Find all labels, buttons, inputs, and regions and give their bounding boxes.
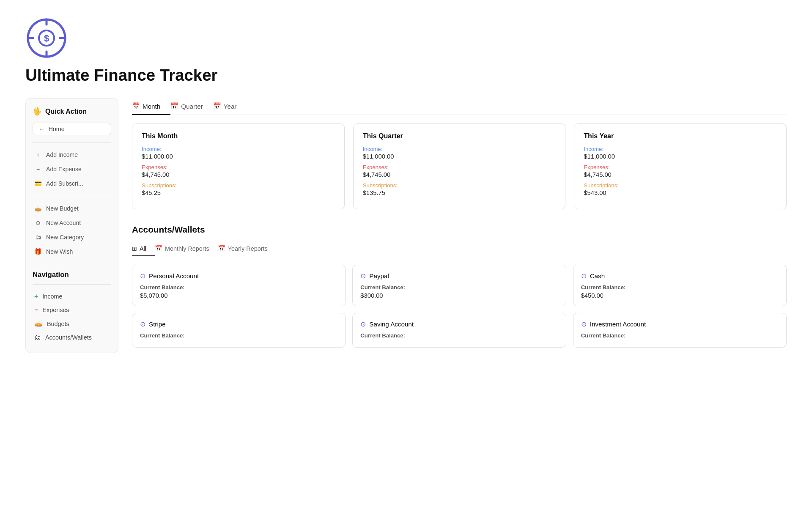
add-income-action[interactable]: + Add Income (33, 148, 111, 162)
year-expenses-value: $4,745.00 (584, 171, 777, 178)
year-tab-label: Year (224, 103, 237, 110)
year-calendar-icon: 📅 (213, 102, 221, 110)
new-account-action[interactable]: ⊙ New Account (33, 216, 111, 230)
tab-year[interactable]: 📅 Year (213, 98, 247, 115)
finance-tracker-logo: $ (25, 17, 68, 59)
accounts-section-title: Accounts/Wallets (132, 225, 787, 235)
sidebar-item-budgets[interactable]: 🥧 Budgets (33, 317, 111, 331)
tab-yearly-reports[interactable]: 📅 Yearly Reports (218, 241, 276, 256)
personal-balance-label: Current Balance: (140, 284, 337, 290)
quarter-subscriptions-label: Subscriptions: (363, 182, 556, 189)
quarter-expenses-label: Expenses: (363, 164, 556, 170)
yearly-reports-calendar-icon: 📅 (218, 245, 225, 252)
sidebar-divider-1 (33, 142, 111, 143)
new-account-label: New Account (46, 219, 81, 226)
month-expenses-value: $4,745.00 (142, 171, 335, 178)
quick-action-title: Quick Action (45, 108, 87, 115)
account-card-stripe: ⊙ Stripe Current Balance: (132, 313, 346, 348)
stripe-balance-label: Current Balance: (140, 332, 337, 339)
accounts-grid: ⊙ Personal Account Current Balance: $5,0… (132, 265, 787, 348)
accounts-tabs: ⊞ All 📅 Monthly Reports 📅 Yearly Reports (132, 241, 787, 256)
month-tab-label: Month (143, 103, 160, 110)
personal-account-label: Personal Account (149, 272, 199, 280)
svg-text:$: $ (44, 33, 49, 44)
cash-account-label: Cash (590, 272, 605, 280)
budgets-nav-label: Budgets (47, 321, 69, 327)
this-month-title: This Month (142, 132, 335, 140)
new-account-icon: ⊙ (34, 219, 42, 227)
personal-balance-value: $5,070.00 (140, 292, 337, 299)
nav-divider (33, 284, 111, 285)
add-expense-icon: − (34, 165, 42, 173)
accounts-wallets-icon: 🗂 (34, 334, 41, 341)
sidebar-divider-2 (33, 196, 111, 196)
monthly-reports-label: Monthly Reports (165, 245, 209, 252)
year-income-value: $11,000.00 (584, 153, 777, 160)
quarter-expenses-value: $4,745.00 (363, 171, 556, 178)
new-category-label: New Category (46, 234, 84, 241)
cash-account-name: ⊙ Cash (581, 272, 779, 280)
paypal-balance-label: Current Balance: (360, 284, 558, 290)
investment-account-name: ⊙ Investment Account (581, 320, 779, 328)
tab-monthly-reports[interactable]: 📅 Monthly Reports (155, 241, 218, 256)
budgets-icon: 🥧 (34, 320, 43, 328)
new-category-action[interactable]: 🗂 New Category (33, 230, 111, 244)
monthly-reports-calendar-icon: 📅 (155, 245, 162, 252)
all-accounts-label: All (140, 245, 146, 252)
month-income-label: Income: (142, 146, 335, 152)
period-cards: This Month Income: $11,000.00 Expenses: … (132, 123, 787, 209)
quarter-tab-label: Quarter (181, 103, 203, 110)
add-subscription-action[interactable]: 💳 Add Subscri... (33, 176, 111, 191)
add-subscription-label: Add Subscri... (46, 180, 83, 187)
account-card-investment: ⊙ Investment Account Current Balance: (573, 313, 787, 348)
sidebar-item-expenses[interactable]: − Expenses (33, 303, 111, 317)
investment-account-label: Investment Account (590, 321, 646, 328)
account-card-saving: ⊙ Saving Account Current Balance: (352, 313, 566, 348)
investment-balance-label: Current Balance: (581, 332, 779, 339)
cash-balance-value: $450.00 (581, 292, 779, 299)
yearly-reports-label: Yearly Reports (228, 245, 268, 252)
paypal-account-icon: ⊙ (360, 272, 366, 280)
paypal-account-name: ⊙ Paypal (360, 272, 558, 280)
year-expenses-label: Expenses: (584, 164, 777, 170)
paypal-account-label: Paypal (369, 272, 389, 280)
income-icon: + (34, 293, 38, 300)
quick-action-icon: 🖐 (33, 107, 42, 116)
year-income-label: Income: (584, 146, 777, 152)
accounts-wallets-nav-label: Accounts/Wallets (45, 334, 92, 341)
tab-quarter[interactable]: 📅 Quarter (170, 98, 213, 115)
navigation-title: Navigation (33, 271, 111, 279)
all-accounts-grid-icon: ⊞ (132, 245, 137, 252)
sidebar-item-accounts-wallets[interactable]: 🗂 Accounts/Wallets (33, 331, 111, 344)
tab-all-accounts[interactable]: ⊞ All (132, 241, 155, 256)
home-button[interactable]: ← Home (33, 123, 111, 135)
year-subscriptions-value: $543.00 (584, 189, 777, 196)
paypal-balance-value: $300.00 (360, 292, 558, 299)
saving-account-icon: ⊙ (360, 320, 366, 328)
add-subscription-icon: 💳 (34, 180, 42, 187)
month-subscriptions-value: $45.25 (142, 189, 335, 196)
sidebar: 🖐 Quick Action ← Home + Add Income − Add… (25, 98, 118, 353)
month-income-value: $11,000.00 (142, 153, 335, 160)
quarter-calendar-icon: 📅 (170, 102, 178, 110)
add-expense-action[interactable]: − Add Expense (33, 162, 111, 176)
this-year-card: This Year Income: $11,000.00 Expenses: $… (574, 123, 787, 209)
investment-account-icon: ⊙ (581, 320, 587, 328)
income-nav-label: Income (42, 293, 62, 300)
tab-month[interactable]: 📅 Month (132, 98, 170, 115)
saving-account-name: ⊙ Saving Account (360, 320, 558, 328)
add-expense-label: Add Expense (46, 166, 82, 173)
navigation-section: Navigation + Income − Expenses 🥧 Budgets… (33, 271, 111, 344)
account-card-cash: ⊙ Cash Current Balance: $450.00 (573, 265, 787, 306)
new-budget-label: New Budget (46, 205, 79, 212)
personal-account-name: ⊙ Personal Account (140, 272, 337, 280)
this-quarter-card: This Quarter Income: $11,000.00 Expenses… (353, 123, 566, 209)
account-card-personal: ⊙ Personal Account Current Balance: $5,0… (132, 265, 346, 306)
quarter-income-label: Income: (363, 146, 556, 152)
sidebar-item-income[interactable]: + Income (33, 290, 111, 303)
new-wish-action[interactable]: 🎁 New Wish (33, 244, 111, 259)
home-arrow-icon: ← (39, 126, 45, 132)
personal-account-icon: ⊙ (140, 272, 145, 280)
new-budget-action[interactable]: 🥧 New Budget (33, 201, 111, 216)
add-income-label: Add Income (46, 151, 78, 158)
